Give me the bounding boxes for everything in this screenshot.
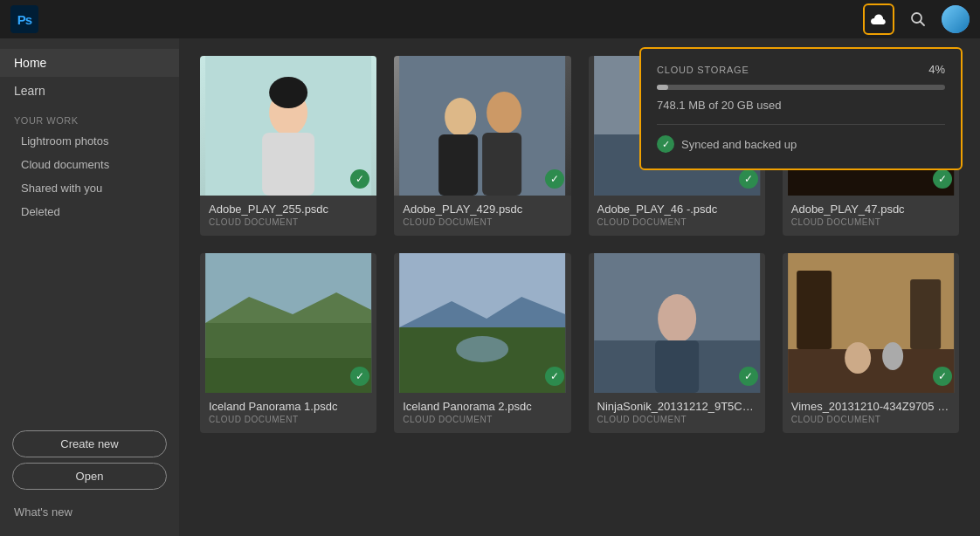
card-subtitle: CLOUD DOCUMENT	[791, 415, 950, 424]
svg-rect-4	[262, 133, 314, 196]
card-subtitle: CLOUD DOCUMENT	[791, 217, 950, 227]
svg-point-35	[882, 342, 903, 370]
card-thumbnail: ✓	[783, 253, 959, 393]
cloud-popup-divider	[657, 124, 945, 125]
search-button[interactable]	[905, 6, 931, 32]
card-subtitle: CLOUD DOCUMENT	[403, 217, 562, 227]
table-row[interactable]: ✓ Adobe_PLAY_429.psdc CLOUD DOCUMENT	[394, 56, 570, 236]
svg-rect-10	[482, 133, 521, 196]
card-subtitle: CLOUD DOCUMENT	[597, 415, 756, 424]
card-title: Adobe_PLAY_429.psdc	[403, 203, 562, 216]
cloud-popup-status: ✓ Synced and backed up	[657, 135, 945, 153]
svg-point-24	[456, 336, 508, 362]
check-badge: ✓	[545, 367, 564, 386]
sidebar-item-lightroom[interactable]: Lightroom photos	[0, 129, 179, 153]
cloud-popup-title: CLOUD STORAGE	[657, 65, 749, 75]
progress-bar-fill	[657, 85, 668, 90]
card-title: Vimes_20131210-434Z9705 - Copy.psdc	[791, 400, 950, 413]
thumbnail-image	[783, 253, 959, 393]
sidebar-item-home[interactable]: Home	[0, 49, 179, 77]
content-area: CLOUD STORAGE 4% 748.1 MB of 20 GB used …	[179, 38, 980, 536]
progress-bar-background	[657, 85, 945, 90]
svg-point-27	[658, 294, 696, 343]
check-badge: ✓	[933, 169, 952, 189]
card-title: NinjaSonik_20131212_9T5C8918 - Copy.psdc	[597, 400, 756, 413]
card-thumbnail: ✓	[200, 56, 376, 196]
card-thumbnail: ✓	[200, 253, 376, 393]
card-title: Adobe_PLAY_46 -.psdc	[597, 203, 756, 216]
card-info: Iceland Panorama 2.psdc CLOUD DOCUMENT	[394, 393, 570, 433]
cloud-popup-percent: 4%	[928, 63, 945, 76]
card-subtitle: CLOUD DOCUMENT	[403, 415, 562, 424]
cloud-popup-size: 748.1 MB of 20 GB used	[657, 99, 945, 112]
avatar-image	[942, 5, 970, 33]
card-info: Adobe_PLAY_46 -.psdc CLOUD DOCUMENT	[589, 196, 765, 236]
cloud-storage-popup: CLOUD STORAGE 4% 748.1 MB of 20 GB used …	[639, 47, 963, 170]
svg-point-34	[845, 342, 871, 374]
check-badge: ✓	[739, 169, 758, 189]
sidebar-item-learn[interactable]: Learn	[0, 77, 179, 105]
topbar-right	[863, 3, 970, 35]
card-info: Iceland Panorama 1.psdc CLOUD DOCUMENT	[200, 393, 376, 433]
topbar-left: Ps	[10, 5, 38, 33]
svg-rect-28	[655, 340, 699, 393]
cloud-storage-button[interactable]	[863, 3, 894, 35]
synced-check-icon: ✓	[657, 135, 674, 153]
svg-rect-9	[438, 134, 478, 196]
table-row[interactable]: ✓ Vimes_20131210-434Z9705 - Copy.psdc CL…	[783, 253, 959, 433]
card-subtitle: CLOUD DOCUMENT	[597, 217, 756, 227]
svg-point-7	[445, 98, 476, 136]
create-new-button[interactable]: Create new	[12, 430, 167, 457]
cloud-popup-header: CLOUD STORAGE 4%	[657, 63, 945, 76]
card-info: Adobe_PLAY_255.psdc CLOUD DOCUMENT	[200, 196, 376, 236]
check-badge: ✓	[933, 367, 952, 386]
svg-point-8	[487, 92, 521, 134]
card-info: Vimes_20131210-434Z9705 - Copy.psdc CLOU…	[783, 393, 959, 433]
card-thumbnail: ✓	[589, 253, 765, 393]
card-title: Adobe_PLAY_47.psdc	[791, 203, 950, 216]
card-info: NinjaSonik_20131212_9T5C8918 - Copy.psdc…	[589, 393, 765, 433]
topbar: Ps	[0, 0, 980, 38]
sidebar: Home Learn YOUR WORK Lightroom photos Cl…	[0, 38, 179, 536]
table-row[interactable]: ✓ NinjaSonik_20131212_9T5C8918 - Copy.ps…	[589, 253, 765, 433]
main-layout: Home Learn YOUR WORK Lightroom photos Cl…	[0, 38, 980, 536]
thumbnail-image	[589, 253, 765, 393]
svg-rect-31	[788, 349, 954, 393]
sidebar-item-deleted[interactable]: Deleted	[0, 200, 179, 223]
svg-line-1	[921, 22, 925, 26]
cloud-popup-status-text: Synced and backed up	[681, 138, 797, 151]
card-title: Iceland Panorama 1.psdc	[209, 400, 368, 413]
svg-rect-33	[910, 279, 941, 349]
thumbnail-image	[394, 253, 570, 393]
open-button[interactable]: Open	[12, 463, 167, 490]
card-title: Iceland Panorama 2.psdc	[403, 400, 562, 413]
card-subtitle: CLOUD DOCUMENT	[209, 415, 368, 424]
table-row[interactable]: ✓ Iceland Panorama 1.psdc CLOUD DOCUMENT	[200, 253, 376, 433]
check-badge: ✓	[545, 169, 564, 189]
check-badge: ✓	[739, 367, 758, 386]
avatar[interactable]	[942, 5, 970, 33]
card-info: Adobe_PLAY_429.psdc CLOUD DOCUMENT	[394, 196, 570, 236]
table-row[interactable]: ✓ Iceland Panorama 2.psdc CLOUD DOCUMENT	[394, 253, 570, 433]
sidebar-your-work-label: YOUR WORK	[0, 105, 179, 129]
card-thumbnail: ✓	[394, 253, 570, 393]
sidebar-item-shared[interactable]: Shared with you	[0, 176, 179, 200]
svg-rect-20	[205, 358, 371, 393]
sidebar-item-whats-new[interactable]: What's new	[0, 498, 179, 526]
card-thumbnail: ✓	[394, 56, 570, 196]
sidebar-item-cloud-docs[interactable]: Cloud documents	[0, 153, 179, 176]
svg-rect-32	[797, 271, 832, 349]
card-title: Adobe_PLAY_255.psdc	[209, 203, 368, 216]
svg-point-5	[269, 77, 307, 108]
card-info: Adobe_PLAY_47.psdc CLOUD DOCUMENT	[783, 196, 959, 236]
ps-logo: Ps	[10, 5, 38, 33]
card-subtitle: CLOUD DOCUMENT	[209, 217, 368, 227]
table-row[interactable]: ✓ Adobe_PLAY_255.psdc CLOUD DOCUMENT	[200, 56, 376, 236]
thumbnail-image	[394, 56, 570, 196]
